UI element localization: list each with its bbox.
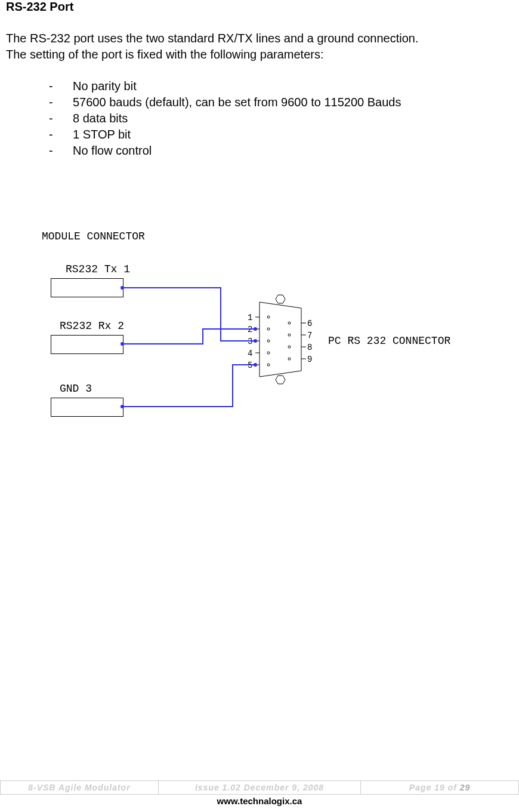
- svg-point-4: [267, 328, 270, 330]
- svg-point-9: [288, 334, 291, 336]
- list-item: -1 STOP bit: [49, 127, 513, 143]
- footer-url: www.technalogix.ca: [0, 796, 519, 806]
- footer-issue-date: Issue 1.02 December 9, 2008: [159, 781, 361, 794]
- list-item-text: No flow control: [73, 143, 152, 159]
- svg-point-22: [254, 339, 257, 343]
- footer-page-prefix: Page 19 of: [409, 783, 460, 792]
- svg-point-10: [288, 346, 291, 348]
- section-heading: RS-232 Port: [6, 0, 513, 14]
- list-item: -No parity bit: [49, 78, 513, 94]
- svg-point-23: [121, 342, 124, 346]
- svg-point-11: [288, 358, 291, 360]
- paragraph-2: The setting of the port is fixed with th…: [6, 47, 513, 63]
- footer-meta-row: 8-VSB Agile Modulator Issue 1.02 Decembe…: [0, 780, 519, 795]
- list-item: -8 data bits: [49, 110, 513, 127]
- list-item: -57600 bauds (default), can be set from …: [49, 94, 513, 110]
- footer-doc-title: 8-VSB Agile Modulator: [1, 781, 159, 794]
- wiring-diagram: MODULE CONNECTOR RS232 Tx 1 RS232 Rx 2 G…: [42, 230, 513, 469]
- footer-page-num: Page 19 of 29: [361, 781, 518, 794]
- list-item-text: 8 data bits: [73, 110, 128, 127]
- svg-point-3: [267, 316, 270, 318]
- bullet-list: -No parity bit -57600 bauds (default), c…: [49, 78, 513, 159]
- svg-point-7: [267, 364, 270, 366]
- list-item-text: No parity bit: [73, 78, 137, 94]
- list-item-text: 1 STOP bit: [73, 127, 131, 143]
- svg-point-26: [254, 363, 257, 367]
- svg-point-25: [121, 405, 124, 408]
- diagram-svg: [42, 230, 489, 439]
- svg-point-6: [267, 352, 270, 354]
- paragraph-block: The RS-232 port uses the two standard RX…: [6, 30, 513, 63]
- svg-point-21: [121, 286, 124, 290]
- paragraph-1: The RS-232 port uses the two standard RX…: [6, 30, 513, 47]
- svg-point-24: [254, 327, 257, 331]
- footer-page-total: 29: [460, 783, 471, 792]
- page-footer: 8-VSB Agile Modulator Issue 1.02 Decembe…: [0, 780, 519, 806]
- list-item: -No flow control: [49, 143, 513, 159]
- svg-marker-1: [276, 295, 285, 303]
- svg-marker-0: [260, 302, 301, 377]
- svg-point-5: [267, 340, 270, 342]
- svg-marker-2: [276, 376, 285, 384]
- svg-point-8: [288, 322, 291, 324]
- list-item-text: 57600 bauds (default), can be set from 9…: [73, 94, 401, 110]
